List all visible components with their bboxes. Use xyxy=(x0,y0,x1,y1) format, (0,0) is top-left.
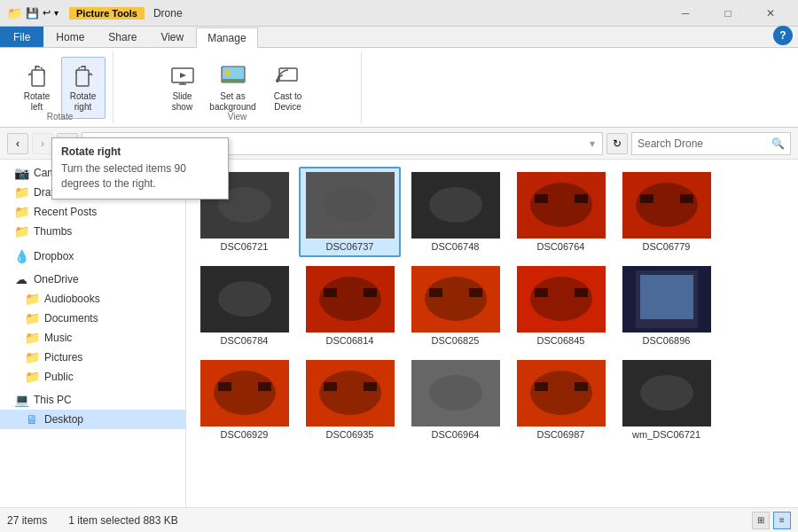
picture-tools-badge: Picture Tools xyxy=(69,7,145,20)
sidebar-item-music[interactable]: 📁 Music xyxy=(0,328,185,348)
sidebar-item-this-pc[interactable]: 💻 This PC xyxy=(0,390,185,410)
sidebar-item-onedrive[interactable]: ☁ OneDrive xyxy=(0,270,185,289)
sidebar-dropbox-label: Dropbox xyxy=(34,250,74,262)
file-item[interactable]: DSC06929 xyxy=(193,355,295,445)
folder-icon-title: 📁 xyxy=(7,6,22,20)
sidebar-desktop-label: Desktop xyxy=(44,413,83,426)
rotate-left-icon xyxy=(23,61,51,90)
quick-access-dropdown[interactable]: ▾ xyxy=(54,8,59,18)
file-grid: DSC06721DSC06737DSC06748DSC06764DSC06779… xyxy=(193,167,791,445)
address-dropdown[interactable]: ▾ xyxy=(590,137,595,150)
sidebar-item-public[interactable]: 📁 Public xyxy=(0,367,185,387)
tab-manage[interactable]: Manage xyxy=(196,27,257,48)
file-thumbnail xyxy=(200,266,289,332)
file-item[interactable]: DSC06784 xyxy=(193,261,295,351)
file-item[interactable]: DSC06764 xyxy=(510,167,612,257)
this-pc-icon: 💻 xyxy=(14,393,28,407)
file-thumbnail xyxy=(306,266,395,332)
ribbon-section-rotate: Rotate left Rotate right Rotate xyxy=(7,51,113,123)
sidebar-this-pc-label: This PC xyxy=(34,394,72,406)
file-item[interactable]: DSC06737 xyxy=(299,167,401,257)
svg-rect-1 xyxy=(76,70,89,86)
tab-share[interactable]: Share xyxy=(97,27,148,47)
view-controls: ⊞ ≡ xyxy=(752,512,791,529)
svg-marker-3 xyxy=(180,73,186,78)
rotate-right-button[interactable]: Rotate right xyxy=(61,57,106,119)
tab-file[interactable]: File xyxy=(0,27,43,47)
sidebar-item-pictures[interactable]: 📁 Pictures xyxy=(0,348,185,367)
quick-access-undo[interactable]: ↩ xyxy=(43,7,51,19)
sidebar-item-recent-posts[interactable]: 📁 Recent Posts xyxy=(0,202,185,222)
svg-point-8 xyxy=(225,70,231,75)
help-button[interactable]: ? xyxy=(773,26,793,45)
set-background-button[interactable]: Set as background xyxy=(207,57,260,119)
file-thumbnail xyxy=(411,360,500,426)
list-view-button[interactable]: ≡ xyxy=(773,512,791,529)
file-item[interactable]: DSC06935 xyxy=(299,355,401,445)
sidebar-pictures-label: Pictures xyxy=(44,351,82,364)
ribbon-section-view: Slide show Set as background xyxy=(113,51,362,123)
sidebar-music-label: Music xyxy=(44,332,72,344)
sidebar-item-desktop[interactable]: 🖥 Desktop xyxy=(0,410,185,429)
window-controls: ─ □ ✕ xyxy=(665,0,791,27)
sidebar-item-thumbs[interactable]: 📁 Thumbs xyxy=(0,222,185,241)
ribbon: Rotate left Rotate right Rotate xyxy=(0,48,798,128)
file-item[interactable]: DSC06896 xyxy=(615,261,717,351)
rotate-left-label: Rotate left xyxy=(18,91,57,113)
sidebar-item-documents[interactable]: 📁 Documents xyxy=(0,309,185,328)
slideshow-icon xyxy=(168,61,197,90)
search-input[interactable] xyxy=(638,137,768,150)
refresh-button[interactable]: ↻ xyxy=(606,133,628,154)
set-background-label: Set as background xyxy=(209,91,257,113)
file-item[interactable]: DSC06779 xyxy=(615,167,717,257)
music-icon: 📁 xyxy=(25,331,39,345)
view-section-label: View xyxy=(228,112,247,121)
sidebar-audiobooks-label: Audiobooks xyxy=(44,293,100,305)
title-bar: 📁 💾 ↩ ▾ Picture Tools Drone ─ □ ✕ xyxy=(0,0,798,27)
file-item[interactable]: DSC06748 xyxy=(404,167,506,257)
file-item[interactable]: wm_DSC06721 xyxy=(615,355,717,445)
thumbs-icon: 📁 xyxy=(14,224,28,239)
search-bar: 🔍 xyxy=(631,132,791,155)
file-thumbnail xyxy=(306,172,395,239)
tab-home[interactable]: Home xyxy=(44,27,96,47)
sidebar-onedrive-label: OneDrive xyxy=(34,273,79,286)
file-thumbnail xyxy=(517,360,606,426)
file-name: DSC06896 xyxy=(643,335,691,346)
large-icons-view-button[interactable]: ⊞ xyxy=(752,512,770,529)
sidebar-item-dropbox[interactable]: 💧 Dropbox xyxy=(0,246,185,266)
documents-icon: 📁 xyxy=(25,311,39,325)
slideshow-button[interactable]: Slide show xyxy=(160,57,205,119)
rotate-left-button[interactable]: Rotate left xyxy=(15,57,59,119)
set-background-icon xyxy=(219,61,247,90)
minimize-button[interactable]: ─ xyxy=(665,0,706,27)
file-name: DSC06779 xyxy=(643,241,691,252)
rotate-right-label: Rotate right xyxy=(64,91,103,113)
file-item[interactable]: DSC06987 xyxy=(510,355,612,445)
tooltip: Rotate right Turn the selected items 90 … xyxy=(51,137,229,200)
file-item[interactable]: DSC06964 xyxy=(404,355,506,445)
file-item[interactable]: DSC06825 xyxy=(404,261,506,351)
nav-back-button[interactable]: ‹ xyxy=(7,133,28,154)
audiobooks-icon: 📁 xyxy=(25,292,39,306)
nav-forward-button[interactable]: › xyxy=(32,133,53,154)
sidebar-item-audiobooks[interactable]: 📁 Audiobooks xyxy=(0,289,185,309)
drafts-icon: 📁 xyxy=(14,185,28,200)
tab-view[interactable]: View xyxy=(149,27,195,47)
file-name: DSC06721 xyxy=(221,241,269,252)
search-icon[interactable]: 🔍 xyxy=(771,137,785,150)
file-thumbnail xyxy=(517,172,606,239)
file-item[interactable]: DSC06845 xyxy=(510,261,612,351)
quick-access-save[interactable]: 💾 xyxy=(26,7,39,20)
file-item[interactable]: DSC06814 xyxy=(299,261,401,351)
file-thumbnail xyxy=(411,266,500,332)
file-name: DSC06964 xyxy=(432,429,480,440)
cast-to-button[interactable]: Cast to Device xyxy=(262,57,315,119)
maximize-button[interactable]: □ xyxy=(708,0,748,27)
sidebar-thumbs-label: Thumbs xyxy=(34,225,72,238)
tooltip-description: Turn the selected items 90 degrees to th… xyxy=(61,161,219,192)
items-count: 27 items xyxy=(7,514,47,527)
sidebar-public-label: Public xyxy=(44,371,74,383)
file-thumbnail xyxy=(200,360,289,426)
status-bar: 27 items 1 item selected 883 KB ⊞ ≡ xyxy=(0,507,798,532)
